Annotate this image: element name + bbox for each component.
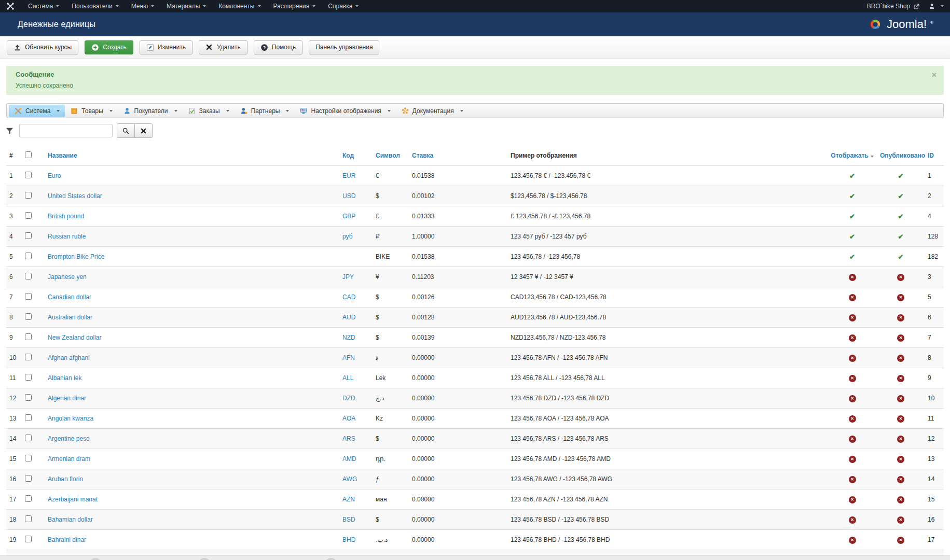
currency-code-link[interactable]: AUD bbox=[342, 314, 355, 321]
row-checkbox[interactable] bbox=[25, 232, 32, 239]
currency-code-link[interactable]: AOA bbox=[342, 415, 355, 422]
row-checkbox[interactable] bbox=[25, 192, 32, 199]
sort-by-name[interactable]: Название bbox=[48, 152, 77, 159]
displayed-check-icon[interactable]: ✔ bbox=[849, 233, 855, 241]
unpublished-icon[interactable]: ✕ bbox=[897, 294, 904, 301]
currency-code-link[interactable]: руб bbox=[342, 233, 353, 240]
not-displayed-icon[interactable]: ✕ bbox=[849, 395, 856, 402]
displayed-check-icon[interactable]: ✔ bbox=[849, 253, 855, 261]
not-displayed-icon[interactable]: ✕ bbox=[849, 496, 856, 503]
currency-name-link[interactable]: Albanian lek bbox=[48, 374, 81, 382]
currency-code-link[interactable]: JPY bbox=[342, 273, 354, 281]
admin-menu-item[interactable]: Система bbox=[22, 0, 65, 12]
unpublished-icon[interactable]: ✕ bbox=[897, 537, 904, 544]
component-menu-item[interactable]: Заказы bbox=[183, 105, 235, 117]
displayed-check-icon[interactable]: ✔ bbox=[849, 213, 855, 220]
not-displayed-icon[interactable]: ✕ bbox=[849, 274, 856, 281]
currency-name-link[interactable]: Bahraini dinar bbox=[48, 536, 86, 543]
displayed-check-icon[interactable]: ✔ bbox=[849, 192, 855, 200]
sort-by-rate[interactable]: Ставка bbox=[412, 152, 433, 159]
currency-code-link[interactable]: AMD bbox=[342, 455, 356, 463]
published-check-icon[interactable]: ✔ bbox=[898, 213, 904, 220]
sort-by-published[interactable]: Опубликовано bbox=[880, 152, 925, 159]
currency-code-link[interactable]: GBP bbox=[342, 213, 355, 220]
user-menu[interactable] bbox=[928, 3, 944, 10]
currency-name-link[interactable]: Aruban florin bbox=[48, 475, 83, 483]
select-all-checkbox[interactable] bbox=[25, 151, 32, 158]
admin-menu-item[interactable]: Материалы bbox=[160, 0, 212, 12]
toolbar-button[interactable]: ? Помощь bbox=[254, 40, 302, 54]
unpublished-icon[interactable]: ✕ bbox=[897, 496, 904, 503]
unpublished-icon[interactable]: ✕ bbox=[897, 476, 904, 483]
displayed-check-icon[interactable]: ✔ bbox=[849, 172, 855, 180]
currency-name-link[interactable]: Afghan afghani bbox=[48, 354, 90, 361]
unpublished-icon[interactable]: ✕ bbox=[897, 516, 904, 524]
search-button[interactable] bbox=[117, 123, 135, 138]
joomla-glyph-icon[interactable] bbox=[6, 2, 15, 10]
row-checkbox[interactable] bbox=[25, 374, 32, 381]
currency-name-link[interactable]: New Zealand dollar bbox=[48, 334, 101, 341]
currency-name-link[interactable]: Australian dollar bbox=[48, 314, 92, 321]
sort-by-symbol[interactable]: Символ bbox=[376, 152, 400, 159]
toolbar-button[interactable]: Изменить bbox=[140, 40, 192, 54]
not-displayed-icon[interactable]: ✕ bbox=[849, 537, 856, 544]
admin-menu-item[interactable]: Компоненты bbox=[212, 0, 267, 12]
admin-menu-item[interactable]: Меню bbox=[125, 0, 160, 12]
row-checkbox[interactable] bbox=[25, 273, 32, 279]
unpublished-icon[interactable]: ✕ bbox=[897, 415, 904, 423]
row-checkbox[interactable] bbox=[25, 394, 32, 401]
unpublished-icon[interactable]: ✕ bbox=[897, 355, 904, 362]
currency-name-link[interactable]: Brompton Bike Price bbox=[48, 253, 104, 260]
sort-by-id[interactable]: ID bbox=[928, 152, 934, 159]
not-displayed-icon[interactable]: ✕ bbox=[849, 516, 856, 524]
unpublished-icon[interactable]: ✕ bbox=[897, 436, 904, 443]
currency-name-link[interactable]: Armenian dram bbox=[48, 455, 90, 463]
not-displayed-icon[interactable]: ✕ bbox=[849, 456, 856, 463]
admin-menu-item[interactable]: Пользователи bbox=[65, 0, 125, 12]
unpublished-icon[interactable]: ✕ bbox=[897, 314, 904, 321]
currency-name-link[interactable]: Japanese yen bbox=[48, 273, 87, 281]
currency-code-link[interactable]: ARS bbox=[342, 435, 355, 442]
component-menu-item[interactable]: Партнеры bbox=[235, 105, 295, 117]
unpublished-icon[interactable]: ✕ bbox=[897, 334, 904, 342]
admin-menu-item[interactable]: Справка bbox=[322, 0, 365, 12]
currency-name-link[interactable]: Argentine peso bbox=[48, 435, 90, 442]
published-check-icon[interactable]: ✔ bbox=[898, 192, 904, 200]
component-menu-item[interactable]: Товары bbox=[65, 105, 117, 117]
currency-name-link[interactable]: Euro bbox=[48, 172, 61, 179]
component-menu-item[interactable]: Настройки отображения bbox=[294, 105, 395, 117]
published-check-icon[interactable]: ✔ bbox=[898, 253, 904, 261]
not-displayed-icon[interactable]: ✕ bbox=[849, 355, 856, 362]
row-checkbox[interactable] bbox=[25, 495, 32, 502]
row-checkbox[interactable] bbox=[25, 354, 32, 360]
currency-name-link[interactable]: Algerian dinar bbox=[48, 395, 86, 402]
currency-code-link[interactable]: BSD bbox=[342, 516, 355, 523]
row-checkbox[interactable] bbox=[25, 293, 32, 300]
currency-name-link[interactable]: Angolan kwanza bbox=[48, 415, 93, 422]
row-checkbox[interactable] bbox=[25, 515, 32, 522]
toolbar-button[interactable]: Панель управления bbox=[309, 40, 379, 54]
unpublished-icon[interactable]: ✕ bbox=[897, 274, 904, 281]
currency-name-link[interactable]: Russian ruble bbox=[48, 233, 86, 240]
not-displayed-icon[interactable]: ✕ bbox=[849, 436, 856, 443]
row-checkbox[interactable] bbox=[25, 435, 32, 441]
not-displayed-icon[interactable]: ✕ bbox=[849, 415, 856, 423]
unpublished-icon[interactable]: ✕ bbox=[897, 456, 904, 463]
sort-by-display[interactable]: Отображать bbox=[831, 152, 868, 159]
row-checkbox[interactable] bbox=[25, 253, 32, 259]
not-displayed-icon[interactable]: ✕ bbox=[849, 294, 856, 301]
admin-menu-item[interactable]: Расширения bbox=[267, 0, 322, 12]
component-menu-item[interactable]: Покупатели bbox=[118, 105, 183, 117]
component-menu-item[interactable]: Документация bbox=[396, 105, 469, 117]
view-site-link[interactable]: BRO`bike Shop bbox=[867, 3, 920, 10]
currency-code-link[interactable]: AFN bbox=[342, 354, 355, 361]
toolbar-button[interactable]: Удалить bbox=[199, 40, 247, 54]
row-checkbox[interactable] bbox=[25, 536, 32, 542]
sort-by-code[interactable]: Код bbox=[342, 152, 354, 159]
currency-code-link[interactable]: AWG bbox=[342, 475, 357, 483]
toolbar-button[interactable]: Создать bbox=[85, 40, 133, 54]
currency-name-link[interactable]: Bahamian dollar bbox=[48, 516, 93, 523]
currency-name-link[interactable]: United States dollar bbox=[48, 192, 102, 200]
clear-search-button[interactable] bbox=[134, 123, 153, 138]
row-checkbox[interactable] bbox=[25, 333, 32, 340]
